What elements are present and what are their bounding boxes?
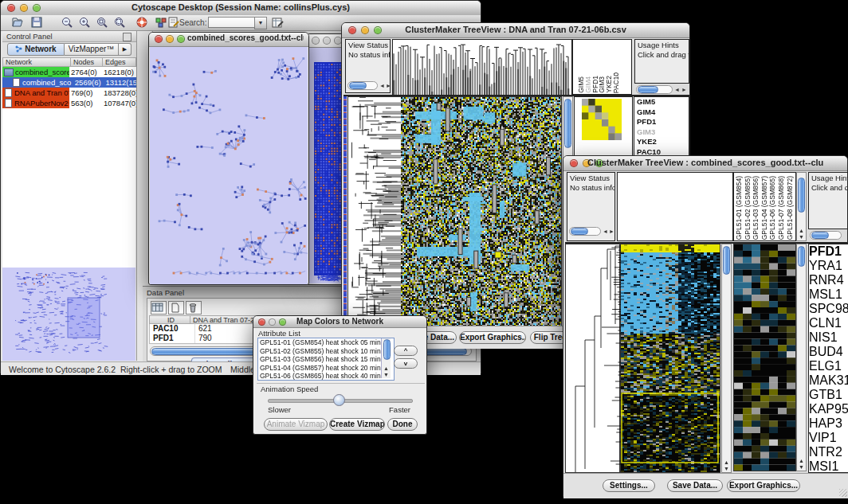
tab-overflow-arrow[interactable]: ▶	[119, 43, 132, 56]
help-icon[interactable]	[136, 17, 151, 29]
import-table-icon[interactable]	[272, 17, 286, 29]
done-button[interactable]: Done	[387, 418, 418, 431]
minimize-button[interactable]	[323, 37, 331, 45]
main-title-bar[interactable]: Cytoscape Desktop (Session Name: collins…	[1, 1, 481, 16]
gene-label[interactable]: PFD1	[634, 117, 689, 127]
animate-vizmap-button[interactable]: Animate Vizmap	[264, 418, 328, 431]
treeview1-title-bar[interactable]: ClusterMaker TreeView : DNA and Tran 07-…	[342, 23, 689, 38]
scroll-up-icon[interactable]: ▲	[797, 228, 806, 233]
scroll-right-icon[interactable]: ►	[609, 229, 614, 234]
close-button[interactable]	[258, 318, 265, 326]
network-canvas[interactable]	[150, 47, 308, 284]
network-title-bar[interactable]: combined_scores_good.txt--cluste...	[149, 33, 308, 47]
attribute-list-item[interactable]: GPL51-01 (GSM854) heat shock 05 min	[258, 338, 394, 347]
column-label[interactable]: GPL51-01 (GSM854)	[736, 176, 743, 240]
scroll-up-icon[interactable]: ▲	[797, 458, 806, 463]
minimize-button[interactable]	[269, 318, 276, 326]
gene-label[interactable]: HAP3	[809, 416, 848, 431]
settings-button[interactable]: Settings...	[603, 479, 655, 492]
gene-label[interactable]: RNR4	[809, 273, 848, 287]
export-graphics-button[interactable]: Export Graphics...	[727, 479, 800, 492]
scroll-left-icon[interactable]: ◄	[603, 229, 608, 234]
scroll-up-icon[interactable]: ▲	[722, 459, 731, 465]
scroll-left-icon[interactable]: ◄	[674, 87, 680, 92]
view-status-hscrollbar[interactable]	[347, 81, 378, 90]
move-up-button[interactable]: ^	[394, 346, 418, 356]
column-dendrogram[interactable]	[392, 39, 572, 96]
scroll-down-icon[interactable]: ▼	[797, 234, 806, 240]
close-button[interactable]	[348, 26, 356, 34]
zoom-out-icon[interactable]	[61, 17, 76, 29]
gene-label[interactable]: BUD4	[809, 345, 848, 359]
gene-label[interactable]: CLN1	[809, 316, 848, 330]
attribute-list-item[interactable]: GPL51-04 (GSM857) heat shock 20 min	[258, 364, 394, 373]
network-table-row[interactable]: RNAPuberNov2+!563(0)107847(0)	[2, 98, 136, 108]
resize-grip[interactable]	[839, 489, 847, 497]
network-table-row[interactable]: combined_sco2569(6)13112(15)	[2, 77, 136, 88]
gene-label[interactable]: KAP95	[809, 402, 848, 416]
gene-label[interactable]: PFD1	[809, 244, 848, 259]
close-button[interactable]	[312, 37, 320, 45]
column-label[interactable]: PAC10	[613, 72, 620, 93]
tab-vizmapper[interactable]: VizMapper™	[65, 43, 119, 56]
save-data-button[interactable]: Save Data...	[667, 479, 723, 492]
zoom-in-icon[interactable]	[79, 17, 93, 29]
row-dendrogram[interactable]	[347, 96, 401, 347]
gene-label[interactable]: NTR2	[809, 445, 848, 459]
new-attribute-icon[interactable]	[168, 301, 184, 315]
open-file-icon[interactable]	[12, 17, 26, 29]
column-label[interactable]: GPL51-04 (GSM857)	[761, 176, 768, 240]
gene-label[interactable]: YRA1	[809, 259, 848, 273]
gene-label[interactable]: MSL1	[809, 287, 848, 302]
correlation-matrix-thumbnail[interactable]	[582, 99, 622, 140]
float-panel-icon[interactable]	[123, 33, 132, 41]
zoomed-heatmap[interactable]	[733, 244, 796, 471]
scroll-down-icon[interactable]: ▼	[382, 372, 391, 377]
gene-label[interactable]: YKE2	[634, 137, 689, 147]
network-table-row[interactable]: combined_scores2764(0)16218(0)	[2, 67, 136, 77]
heatmap-vscrollbar[interactable]: ▲ ▼	[721, 244, 732, 473]
scroll-up-icon[interactable]: ▲	[382, 365, 391, 371]
attribute-list-item[interactable]: GPL51-06 (GSM865) heat shock 40 min	[258, 372, 394, 381]
gene-label[interactable]: MAK31	[809, 373, 848, 388]
gene-label[interactable]: VIP1	[809, 431, 848, 445]
minimize-button[interactable]	[166, 35, 174, 43]
gene-label[interactable]: GIM5	[634, 97, 689, 107]
scroll-right-icon[interactable]: ►	[681, 87, 687, 92]
save-icon[interactable]	[31, 17, 45, 29]
column-label[interactable]: GPL51-06 (GSM865)	[769, 176, 776, 240]
select-attributes-icon[interactable]	[151, 301, 167, 315]
gene-label[interactable]: ELG1	[809, 359, 848, 373]
row-dendrogram[interactable]	[565, 244, 621, 473]
gene-label[interactable]: SPC98	[809, 302, 848, 316]
zoom-selected-icon[interactable]	[96, 17, 111, 29]
column-label[interactable]: GPL51-07 (GSM868)	[778, 176, 785, 240]
treeview2-title-bar[interactable]: ClusterMaker TreeView : combined_scores_…	[563, 156, 847, 171]
scroll-down-icon[interactable]: ▼	[722, 466, 731, 471]
column-labels-vscrollbar[interactable]: ▲ ▼	[796, 172, 807, 241]
tab-network[interactable]: Network	[7, 43, 65, 56]
zoom-fit-icon[interactable]	[114, 17, 128, 29]
attribute-list-vscrollbar[interactable]: ▲ ▼	[381, 338, 391, 378]
birds-eye-view[interactable]	[2, 268, 135, 361]
scroll-down-icon[interactable]: ▼	[797, 464, 806, 470]
scroll-right-icon[interactable]: ►	[386, 83, 391, 88]
search-input[interactable]	[208, 17, 257, 28]
column-label[interactable]: GPL51-02 (GSM855)	[744, 176, 752, 240]
move-down-button[interactable]: v	[394, 358, 418, 369]
gene-label[interactable]: NIS1	[809, 330, 848, 345]
dialog-title-bar[interactable]: Map Colors to Network	[253, 316, 426, 328]
animation-speed-slider-thumb[interactable]	[333, 394, 345, 406]
global-heatmap[interactable]	[621, 244, 720, 473]
gene-label[interactable]: MSI1	[809, 459, 848, 473]
treeview2-column-tree-area[interactable]	[617, 172, 733, 241]
gene-label[interactable]: GIM3	[634, 127, 689, 138]
network-tree-empty-area[interactable]	[2, 108, 135, 268]
usage-hints-hscrollbar[interactable]	[636, 85, 673, 94]
export-graphics-button[interactable]: Export Graphics...	[459, 331, 526, 344]
usage-hints-hscrollbar[interactable]	[810, 231, 842, 240]
attribute-list-item[interactable]: GPL51-07 (GSM868) heat shock 60 min	[258, 381, 394, 381]
scroll-left-icon[interactable]: ◄	[379, 83, 385, 88]
close-button[interactable]	[155, 35, 163, 43]
close-button[interactable]	[7, 4, 15, 12]
